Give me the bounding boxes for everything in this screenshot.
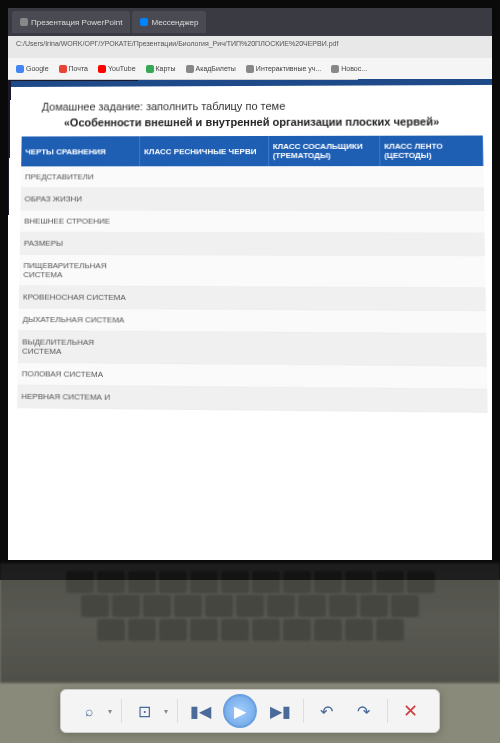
separator bbox=[177, 699, 178, 723]
table-row: НЕРВНАЯ СИСТЕМА И bbox=[17, 385, 487, 412]
bookmark-item[interactable]: Почта bbox=[59, 65, 88, 73]
tab-label: Мессенджер bbox=[151, 18, 198, 27]
bookmark-label: Новос... bbox=[341, 65, 367, 72]
row-label: ПОЛОВАЯ СИСТЕМА bbox=[18, 362, 138, 386]
bookmark-label: YouTube bbox=[108, 65, 136, 72]
empty-cell bbox=[268, 310, 381, 333]
table-row: ВНЕШНЕЕ СТРОЕНИЕ bbox=[20, 210, 484, 233]
laptop-keyboard bbox=[0, 563, 500, 683]
fit-icon: ⊡ bbox=[138, 702, 151, 721]
empty-cell bbox=[380, 210, 484, 233]
table-body: ПРЕДСТАВИТЕЛИОБРАЗ ЖИЗНИВНЕШНЕЕ СТРОЕНИЕ… bbox=[17, 166, 487, 412]
empty-cell bbox=[139, 210, 268, 233]
empty-cell bbox=[268, 287, 381, 310]
row-label: ВЫДЕЛИТЕЛЬНАЯ СИСТЕМА bbox=[18, 331, 138, 364]
close-icon: ✕ bbox=[403, 700, 418, 722]
url-text: C:/Users/Irina/WORK/ОРГ/УРОКАТЕ/Презента… bbox=[16, 40, 338, 47]
next-icon: ▶▮ bbox=[270, 702, 291, 721]
empty-cell bbox=[268, 233, 380, 256]
pdf-content: Домашнее задание: заполнить таблицу по т… bbox=[2, 79, 500, 580]
fit-button[interactable]: ⊡ bbox=[131, 697, 159, 725]
row-label: ПРЕДСТАВИТЕЛИ bbox=[21, 166, 140, 188]
table-row: ДЫХАТЕЛЬНАЯ СИСТЕМА bbox=[18, 308, 485, 333]
close-button[interactable]: ✕ bbox=[396, 697, 424, 725]
table-row: ПРЕДСТАВИТЕЛИ bbox=[21, 166, 484, 188]
bookmark-icon bbox=[331, 65, 339, 73]
row-label: ПИЩЕВАРИТЕЛЬНАЯ СИСТЕМА bbox=[19, 254, 139, 286]
empty-cell bbox=[381, 310, 486, 333]
row-label: РАЗМЕРЫ bbox=[20, 232, 139, 255]
tab-messenger[interactable]: Мессенджер bbox=[132, 11, 206, 33]
bookmark-item[interactable]: Новос... bbox=[331, 65, 367, 73]
undo-button[interactable]: ↶ bbox=[313, 697, 341, 725]
header-cestodes: КЛАСС ЛЕНТО (ЦЕСТОДЫ) bbox=[379, 136, 483, 167]
empty-cell bbox=[138, 386, 269, 410]
bookmark-icon bbox=[98, 65, 106, 73]
empty-cell bbox=[139, 166, 268, 188]
comparison-table: ЧЕРТЫ СРАВНЕНИЯ КЛАСС РЕСНИЧНЫЕ ЧЕРВИ КЛ… bbox=[17, 136, 487, 413]
redo-button[interactable]: ↷ bbox=[350, 697, 378, 725]
bookmark-icon bbox=[16, 65, 24, 73]
empty-cell bbox=[138, 309, 268, 332]
header-ciliated: КЛАСС РЕСНИЧНЫЕ ЧЕРВИ bbox=[139, 136, 268, 166]
laptop-screen: Презентация PowerPoint Мессенджер C:/Use… bbox=[0, 0, 500, 580]
empty-cell bbox=[268, 255, 381, 287]
empty-cell bbox=[269, 387, 383, 411]
bookmark-label: Интерактивные уч... bbox=[256, 65, 321, 72]
bookmark-item[interactable]: YouTube bbox=[98, 65, 136, 73]
redo-icon: ↷ bbox=[357, 702, 370, 721]
play-icon: ▶ bbox=[234, 702, 246, 721]
tab-label: Презентация PowerPoint bbox=[31, 18, 122, 27]
empty-cell bbox=[380, 233, 484, 256]
prev-button[interactable]: ▮◀ bbox=[186, 697, 214, 725]
separator bbox=[303, 699, 304, 723]
bookmark-label: АкадБилеты bbox=[196, 65, 236, 72]
empty-cell bbox=[268, 166, 380, 188]
bookmark-label: Google bbox=[26, 65, 49, 72]
zoom-icon: ⌕ bbox=[85, 703, 93, 719]
bookmark-icon bbox=[186, 65, 194, 73]
empty-cell bbox=[381, 333, 486, 366]
row-label: НЕРВНАЯ СИСТЕМА И bbox=[17, 385, 138, 409]
bookmark-icon bbox=[146, 65, 154, 73]
tab-icon bbox=[20, 18, 28, 26]
bookmark-icon bbox=[59, 65, 67, 73]
empty-cell bbox=[268, 188, 380, 210]
empty-cell bbox=[380, 188, 484, 211]
chevron-down-icon[interactable]: ▾ bbox=[108, 707, 112, 716]
empty-cell bbox=[139, 188, 268, 210]
zoom-button[interactable]: ⌕ bbox=[75, 697, 103, 725]
chevron-down-icon[interactable]: ▾ bbox=[164, 707, 168, 716]
empty-cell bbox=[268, 210, 380, 233]
empty-cell bbox=[139, 232, 269, 255]
bookmarks-bar: GoogleПочтаYouTubeКартыАкадБилетыИнтерак… bbox=[8, 58, 492, 80]
browser-tab-strip: Презентация PowerPoint Мессенджер bbox=[8, 8, 492, 36]
pdf-viewer-toolbar: ⌕ ▾ ⊡ ▾ ▮◀ ▶ ▶▮ ↶ ↷ ✕ bbox=[60, 689, 440, 733]
undo-icon: ↶ bbox=[320, 702, 333, 721]
empty-cell bbox=[381, 287, 486, 310]
separator bbox=[387, 699, 388, 723]
table-row: ПИЩЕВАРИТЕЛЬНАЯ СИСТЕМА bbox=[19, 254, 485, 287]
empty-cell bbox=[380, 166, 484, 188]
bookmark-label: Почта bbox=[69, 65, 88, 72]
empty-cell bbox=[268, 364, 381, 388]
bookmark-item[interactable]: Карты bbox=[146, 65, 176, 73]
empty-cell bbox=[381, 255, 485, 287]
tab-presentation[interactable]: Презентация PowerPoint bbox=[12, 11, 130, 33]
prev-icon: ▮◀ bbox=[190, 702, 211, 721]
bookmark-item[interactable]: Интерактивные уч... bbox=[246, 65, 321, 73]
row-label: КРОВЕНОСНАЯ СИСТЕМА bbox=[19, 286, 139, 309]
table-header-row: ЧЕРТЫ СРАВНЕНИЯ КЛАСС РЕСНИЧНЫЕ ЧЕРВИ КЛ… bbox=[21, 136, 483, 167]
bookmark-item[interactable]: АкадБилеты bbox=[186, 65, 236, 73]
play-button[interactable]: ▶ bbox=[223, 694, 257, 728]
bookmark-item[interactable]: Google bbox=[16, 65, 49, 73]
empty-cell bbox=[138, 255, 268, 287]
row-label: ДЫХАТЕЛЬНАЯ СИСТЕМА bbox=[18, 308, 138, 331]
table-row: ВЫДЕЛИТЕЛЬНАЯ СИСТЕМА bbox=[18, 331, 486, 366]
tab-icon bbox=[140, 18, 148, 26]
document-title-line2: «Особенности внешней и внутренней органи… bbox=[22, 115, 483, 128]
empty-cell bbox=[138, 363, 269, 387]
document-title-line1: Домашнее задание: заполнить таблицу по т… bbox=[42, 99, 483, 113]
address-bar[interactable]: C:/Users/Irina/WORK/ОРГ/УРОКАТЕ/Презента… bbox=[8, 36, 492, 58]
next-button[interactable]: ▶▮ bbox=[266, 697, 294, 725]
